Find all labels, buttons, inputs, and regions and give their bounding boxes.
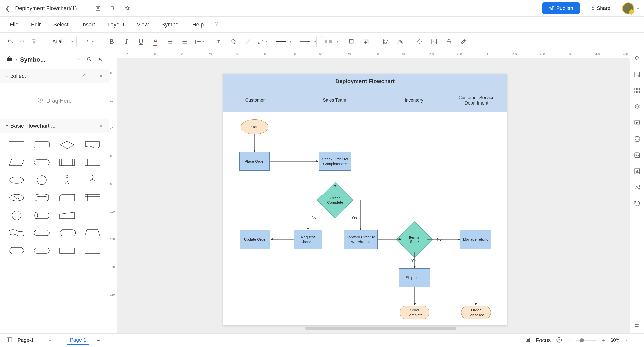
image-icon[interactable] bbox=[633, 151, 641, 159]
page-tab[interactable]: Page-1 bbox=[67, 336, 90, 345]
shape-rect3[interactable] bbox=[57, 244, 78, 257]
favorite-icon[interactable] bbox=[124, 5, 131, 12]
shape-circle[interactable] bbox=[31, 173, 52, 187]
focus-label[interactable]: Focus bbox=[536, 337, 551, 344]
fullscreen-icon[interactable] bbox=[632, 337, 638, 344]
grid-icon[interactable] bbox=[633, 87, 641, 95]
connector-style-button[interactable]: ▾ bbox=[257, 37, 267, 47]
shape-diamond[interactable] bbox=[57, 138, 78, 152]
lane-header-sales[interactable]: Sales Team bbox=[287, 89, 382, 112]
lane-inventory[interactable] bbox=[382, 112, 446, 325]
shape-stadium2[interactable] bbox=[31, 244, 52, 257]
save-icon[interactable] bbox=[95, 5, 101, 12]
node-order-complete-end[interactable]: Order Complete bbox=[400, 306, 429, 319]
lane-header-customer[interactable]: Customer bbox=[223, 89, 287, 112]
italic-button[interactable]: I bbox=[121, 37, 131, 47]
node-manage-refund[interactable]: Manage refund bbox=[460, 230, 491, 249]
node-order-complete[interactable]: Order Complete bbox=[322, 187, 348, 213]
shape-predefined[interactable] bbox=[57, 156, 78, 169]
arrow-style-select[interactable]: ▾ bbox=[297, 36, 317, 47]
shape-table[interactable] bbox=[82, 191, 103, 204]
shape-database[interactable] bbox=[31, 191, 52, 204]
layers-icon[interactable] bbox=[633, 103, 641, 111]
fit-icon[interactable] bbox=[525, 337, 531, 344]
shape-circle2[interactable] bbox=[6, 209, 27, 222]
search-icon[interactable] bbox=[86, 56, 92, 63]
canvas-scroll[interactable]: Deployment Flowchart Customer Sales Team… bbox=[117, 58, 644, 333]
shape-manual-input[interactable] bbox=[57, 209, 78, 222]
shape-ellipse[interactable] bbox=[6, 173, 27, 187]
shape-tape[interactable] bbox=[6, 226, 27, 240]
image-edit-button[interactable] bbox=[429, 37, 439, 47]
outline-icon[interactable] bbox=[6, 337, 13, 344]
node-update-order[interactable]: Update Order bbox=[240, 230, 270, 249]
lock-button[interactable] bbox=[444, 37, 454, 47]
node-start[interactable]: Start bbox=[241, 119, 268, 134]
layer-button[interactable] bbox=[361, 37, 371, 47]
menu-insert[interactable]: Insert bbox=[76, 19, 101, 30]
lane-customer-service[interactable] bbox=[446, 112, 507, 325]
publish-button[interactable]: Publish bbox=[542, 2, 580, 14]
shape-document[interactable] bbox=[82, 138, 103, 152]
shape-stadium[interactable] bbox=[31, 226, 52, 240]
align-button[interactable] bbox=[180, 37, 190, 47]
settings-toggle-icon[interactable] bbox=[633, 321, 641, 329]
zoom-in-button[interactable]: + bbox=[601, 336, 605, 344]
lane-header-inventory[interactable]: Inventory bbox=[382, 89, 446, 112]
page-selector[interactable]: Page-1 ▾ bbox=[18, 337, 51, 343]
shuffle-icon[interactable] bbox=[633, 183, 641, 191]
undo-button[interactable] bbox=[5, 37, 15, 47]
line-style-select[interactable]: ▾ bbox=[272, 36, 292, 47]
node-place-order[interactable]: Place Order bbox=[239, 152, 270, 171]
line-spacing-button[interactable]: ▾ bbox=[194, 37, 204, 47]
shape-rect2[interactable] bbox=[82, 209, 103, 222]
close-section-icon[interactable]: ✕ bbox=[99, 123, 103, 129]
zoom-out-button[interactable]: − bbox=[568, 336, 571, 344]
effects-button[interactable] bbox=[415, 37, 425, 47]
lane-header-customer-service[interactable]: Customer Service Department bbox=[446, 89, 507, 112]
shape-rect4[interactable] bbox=[82, 244, 103, 257]
shape-person[interactable] bbox=[82, 173, 103, 187]
back-icon[interactable]: ❮ bbox=[5, 5, 10, 12]
shape-display[interactable] bbox=[57, 226, 78, 240]
menu-help[interactable]: Help bbox=[187, 19, 209, 30]
shape-cylinder-h[interactable] bbox=[31, 209, 52, 222]
font-select[interactable]: Arial▾ bbox=[49, 36, 77, 47]
node-request-changes[interactable]: Request Changes bbox=[294, 230, 322, 249]
lane-sales[interactable] bbox=[287, 112, 382, 325]
flowchart-title[interactable]: Deployment Flowchart bbox=[223, 74, 507, 89]
section-collect[interactable]: ▾ collect + ✕ bbox=[0, 69, 109, 83]
shape-trapezoid[interactable] bbox=[82, 226, 103, 240]
share-button[interactable]: Share bbox=[584, 2, 616, 14]
zoom-slider[interactable] bbox=[576, 340, 596, 341]
export-icon[interactable] bbox=[109, 5, 116, 12]
canvas[interactable]: -20 0 20 40 60 80 100 120 140 160 180 20… bbox=[109, 50, 644, 333]
shape-parallelogram[interactable] bbox=[6, 156, 27, 169]
data-icon[interactable] bbox=[633, 135, 641, 143]
text-color-button[interactable]: A bbox=[150, 37, 160, 47]
menu-file[interactable]: File bbox=[4, 19, 24, 30]
underline-button[interactable]: U bbox=[136, 37, 146, 47]
fill-color-button[interactable] bbox=[228, 37, 238, 47]
menu-symbol[interactable]: Symbol bbox=[156, 19, 185, 30]
line-color-button[interactable] bbox=[243, 37, 253, 47]
shape-card[interactable] bbox=[57, 191, 78, 204]
shape-hexagon[interactable] bbox=[6, 244, 27, 257]
horizontal-scrollbar[interactable] bbox=[305, 327, 456, 330]
fill-panel-icon[interactable] bbox=[633, 54, 641, 62]
bold-button[interactable]: B bbox=[107, 37, 117, 47]
rename-icon[interactable] bbox=[82, 73, 86, 79]
drag-here-zone[interactable]: Drag Here bbox=[7, 90, 102, 112]
collapse-panel-icon[interactable] bbox=[76, 57, 81, 62]
close-section-icon[interactable]: ✕ bbox=[99, 73, 103, 79]
lane-customer[interactable] bbox=[223, 112, 287, 325]
menu-layout[interactable]: Layout bbox=[102, 19, 130, 30]
hide-panel-icon[interactable] bbox=[97, 56, 103, 63]
properties-icon[interactable] bbox=[633, 71, 641, 79]
format-painter-button[interactable] bbox=[29, 37, 39, 47]
node-forward-order[interactable]: Forward Order to Warehouse bbox=[344, 230, 378, 249]
shadow-button[interactable] bbox=[347, 37, 357, 47]
add-page-button[interactable]: + bbox=[94, 337, 102, 344]
font-size-select[interactable]: 12▾ bbox=[79, 36, 97, 47]
menu-select[interactable]: Select bbox=[48, 19, 74, 30]
